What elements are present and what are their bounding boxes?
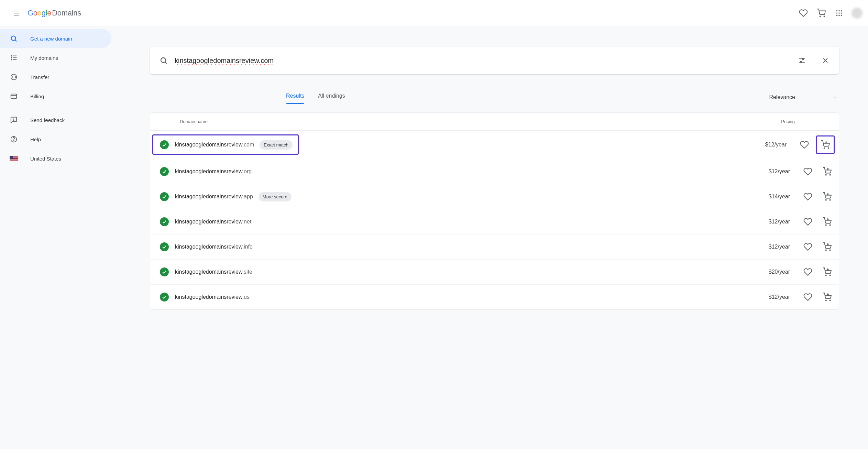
- add-cart-icon: [821, 140, 830, 149]
- flag-icon: [10, 156, 18, 161]
- sidebar-item-my-domains[interactable]: My domains: [0, 48, 111, 67]
- cart-button[interactable]: [813, 5, 829, 21]
- svg-point-41: [824, 148, 825, 149]
- result-row[interactable]: kinstagoogledomainsreview.info$12/year: [150, 234, 839, 260]
- domain-search-input[interactable]: [175, 57, 787, 65]
- result-row[interactable]: kinstagoogledomainsreview.appMore secure…: [150, 184, 839, 209]
- domain-name: kinstagoogledomainsreview.us: [175, 294, 250, 300]
- domain-name: kinstagoogledomainsreview.com: [175, 142, 254, 148]
- sidebar-item-label: Help: [30, 136, 41, 142]
- svg-point-20: [11, 57, 12, 58]
- svg-point-62: [830, 275, 831, 276]
- favorite-button[interactable]: [800, 164, 815, 179]
- sort-select[interactable]: Relevance: [767, 92, 838, 104]
- tab-all-endings[interactable]: All endings: [318, 89, 345, 104]
- tune-icon: [798, 56, 806, 65]
- more_secure-chip: More secure: [259, 192, 292, 201]
- sidebar-item-billing[interactable]: Billing: [0, 87, 111, 106]
- logo[interactable]: Google Domains: [28, 9, 81, 18]
- svg-point-7: [841, 10, 842, 11]
- heart-icon: [799, 9, 808, 18]
- domain-name: kinstagoogledomainsreview.site: [175, 269, 252, 275]
- price: $20/year: [769, 269, 790, 275]
- svg-point-8: [836, 12, 838, 14]
- svg-point-11: [836, 14, 838, 16]
- svg-point-5: [836, 10, 838, 11]
- favorites-button[interactable]: [795, 5, 812, 21]
- sidebar-item-label: United States: [30, 156, 61, 162]
- favorite-button[interactable]: [800, 264, 815, 280]
- heart-icon: [803, 192, 812, 201]
- add-cart-icon: [823, 192, 832, 201]
- result-row[interactable]: kinstagoogledomainsreview.org$12/year: [150, 159, 839, 184]
- apps-button[interactable]: [831, 5, 847, 21]
- search-icon: [10, 35, 18, 42]
- svg-point-4: [824, 16, 825, 17]
- sidebar-item-feedback[interactable]: Send feedback: [0, 110, 111, 130]
- favorite-button[interactable]: [797, 137, 812, 152]
- menu-button[interactable]: [8, 5, 25, 21]
- add-to-cart-button[interactable]: [820, 164, 835, 179]
- add-to-cart-button[interactable]: [820, 214, 835, 229]
- clear-search-button[interactable]: [817, 52, 834, 69]
- column-pricing: Pricing: [781, 119, 829, 124]
- search-icon: [160, 56, 168, 65]
- header: Google Domains: [0, 0, 868, 26]
- result-row[interactable]: kinstagoogledomainsreview.us$12/year: [150, 285, 839, 309]
- svg-point-49: [826, 200, 826, 200]
- cart-icon: [817, 9, 826, 18]
- result-row[interactable]: kinstagoogledomainsreview.site$20/year: [150, 260, 839, 285]
- help-icon: [10, 135, 18, 143]
- domain-name: kinstagoogledomainsreview.app: [175, 194, 253, 200]
- available-check-icon: [160, 293, 169, 302]
- add-to-cart-button[interactable]: [820, 239, 835, 254]
- svg-point-3: [820, 16, 821, 17]
- svg-point-53: [826, 225, 826, 226]
- svg-point-66: [830, 300, 831, 301]
- available-check-icon: [160, 167, 169, 176]
- sidebar-item-region[interactable]: United States: [0, 149, 111, 168]
- heart-icon: [803, 293, 812, 302]
- svg-point-9: [838, 12, 840, 14]
- result-row[interactable]: kinstagoogledomainsreview.net$12/year: [150, 209, 839, 234]
- add-to-cart-button[interactable]: [820, 289, 835, 305]
- favorite-button[interactable]: [800, 214, 815, 229]
- hamburger-icon: [12, 9, 21, 17]
- tab-results[interactable]: Results: [286, 89, 304, 104]
- sidebar-item-get-new-domain[interactable]: Get a new domain: [0, 29, 111, 48]
- domain-name: kinstagoogledomainsreview.info: [175, 244, 253, 250]
- available-check-icon: [160, 140, 169, 149]
- available-check-icon: [160, 192, 169, 201]
- svg-rect-23: [11, 94, 17, 99]
- sidebar-item-label: Transfer: [30, 74, 49, 80]
- available-check-icon: [160, 242, 169, 251]
- heart-icon: [803, 242, 812, 251]
- svg-line-30: [165, 62, 167, 64]
- sidebar: Get a new domain My domains Transfer Bil…: [0, 26, 111, 449]
- svg-point-10: [841, 12, 842, 14]
- chevron-down-icon: [833, 95, 837, 99]
- add-to-cart-button[interactable]: [820, 189, 835, 204]
- filter-button[interactable]: [794, 52, 810, 69]
- sidebar-item-help[interactable]: Help: [0, 130, 111, 149]
- add-cart-icon: [823, 217, 832, 226]
- apps-grid-icon: [835, 9, 843, 17]
- result-row[interactable]: kinstagoogledomainsreview.comExact match…: [150, 131, 839, 159]
- heart-icon: [803, 267, 812, 276]
- price: $12/year: [769, 294, 790, 300]
- svg-point-65: [826, 300, 826, 301]
- svg-point-50: [830, 200, 831, 200]
- add-cart-icon: [823, 167, 832, 176]
- list-icon: [10, 54, 18, 62]
- sidebar-item-transfer[interactable]: Transfer: [0, 67, 111, 87]
- account-avatar[interactable]: [851, 8, 862, 19]
- feedback-icon: [10, 116, 18, 124]
- add-to-cart-button[interactable]: [818, 137, 833, 152]
- product-name: Domains: [52, 9, 81, 18]
- favorite-button[interactable]: [800, 239, 815, 254]
- svg-point-57: [826, 250, 826, 251]
- favorite-button[interactable]: [800, 189, 815, 204]
- favorite-button[interactable]: [800, 289, 815, 305]
- svg-point-58: [830, 250, 831, 251]
- add-to-cart-button[interactable]: [820, 264, 835, 280]
